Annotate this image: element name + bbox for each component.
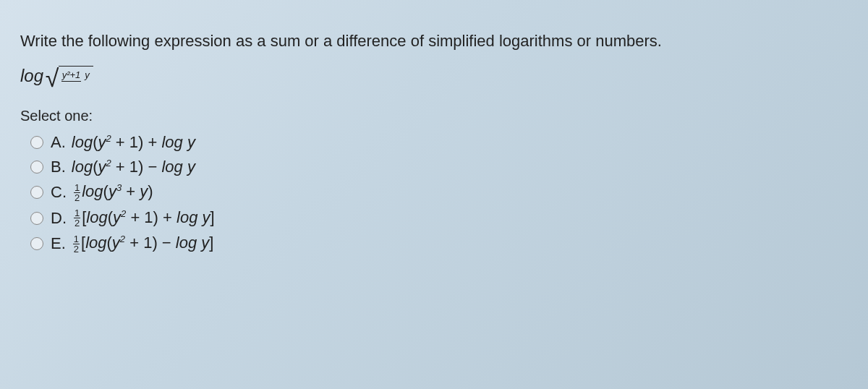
option-b-row[interactable]: B. log(y2 + 1) − log y (30, 158, 848, 176)
half-fraction: 12 (74, 208, 80, 228)
options-group: A. log(y2 + 1) + log y B. log(y2 + 1) − … (20, 133, 848, 254)
option-c-text: C. 12 log(y3 + y) (51, 182, 153, 202)
option-a-radio[interactable] (30, 136, 43, 149)
option-d-text: D. 12 [log(y2 + 1) + log y] (51, 208, 215, 228)
option-d-radio[interactable] (30, 212, 43, 225)
option-e-radio[interactable] (30, 237, 43, 250)
sqrt-inner: y²+1 y (59, 66, 93, 80)
option-c-radio[interactable] (30, 186, 43, 199)
option-e-text: E. 12 [log(y2 + 1) − log y] (51, 234, 213, 254)
select-one-label: Select one: (20, 108, 848, 124)
option-d-row[interactable]: D. 12 [log(y2 + 1) + log y] (30, 208, 848, 228)
option-b-text: B. log(y2 + 1) − log y (51, 158, 195, 176)
question-prompt: Write the following expression as a sum … (20, 29, 848, 53)
half-fraction: 12 (73, 234, 80, 254)
option-e-row[interactable]: E. 12 [log(y2 + 1) − log y] (30, 234, 848, 254)
option-b-radio[interactable] (30, 161, 43, 174)
option-b-letter: B. (51, 158, 66, 176)
option-e-letter: E. (51, 234, 66, 253)
sqrt-block: y²+1 y (48, 66, 93, 86)
sqrt-fraction-top: y²+1 (61, 69, 82, 82)
half-fraction: 12 (74, 183, 80, 202)
sqrt-fraction: y²+1 y (61, 69, 90, 80)
option-a-row[interactable]: A. log(y2 + 1) + log y (30, 133, 848, 152)
question-expression: log y²+1 y (20, 66, 93, 86)
log-label: log (20, 66, 43, 85)
option-c-row[interactable]: C. 12 log(y3 + y) (30, 182, 848, 202)
option-a-text: A. log(y2 + 1) + log y (51, 133, 195, 152)
option-a-letter: A. (51, 133, 66, 152)
question-container: Write the following expression as a sum … (0, 0, 868, 389)
option-d-letter: D. (51, 209, 67, 228)
sqrt-fraction-bot: y (84, 69, 90, 80)
option-c-letter: C. (51, 183, 67, 202)
